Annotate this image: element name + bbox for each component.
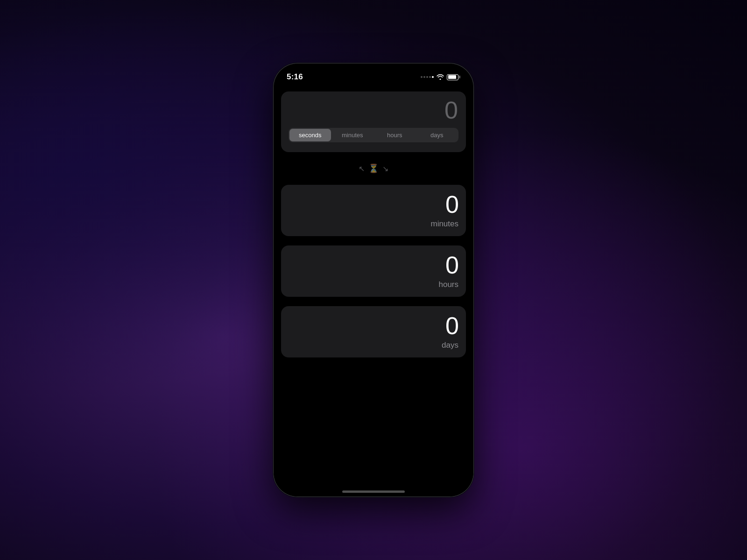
timer-icon-group: ↖ ⏳ ↘ <box>359 163 388 174</box>
seconds-card[interactable]: 0 seconds minutes hours days <box>281 91 466 152</box>
segment-seconds[interactable]: seconds <box>289 129 331 141</box>
battery-icon <box>447 74 460 80</box>
segment-hours[interactable]: hours <box>374 129 416 141</box>
screen: 5:16 <box>274 63 473 497</box>
arrow-right-icon: ↘ <box>382 164 388 173</box>
home-indicator <box>342 490 405 493</box>
minutes-label: minutes <box>289 219 458 229</box>
status-time: 5:16 <box>287 72 303 82</box>
hours-card[interactable]: 0 hours <box>281 245 466 297</box>
hours-value: 0 <box>289 253 458 277</box>
segment-minutes[interactable]: minutes <box>332 129 374 141</box>
days-label: days <box>289 341 458 350</box>
hours-label: hours <box>289 280 458 289</box>
hourglass-icon: ⏳ <box>368 163 379 174</box>
app-content[interactable]: 0 seconds minutes hours days ↖ <box>274 87 473 497</box>
phone-body: 5:16 <box>273 63 474 497</box>
timer-expand-section[interactable]: ↖ ⏳ ↘ <box>281 161 466 175</box>
dynamic-island <box>344 69 403 86</box>
phone-frame: 5:16 <box>273 63 474 497</box>
minutes-card[interactable]: 0 minutes <box>281 185 466 236</box>
signal-icon <box>421 76 434 78</box>
status-icons <box>421 74 460 80</box>
seconds-value: 0 <box>444 98 458 122</box>
minutes-value: 0 <box>289 192 458 217</box>
time-unit-selector[interactable]: seconds minutes hours days <box>289 128 458 142</box>
days-card[interactable]: 0 days <box>281 306 466 357</box>
segment-days[interactable]: days <box>416 129 458 141</box>
wifi-icon <box>437 74 444 80</box>
arrow-left-icon: ↖ <box>359 164 365 173</box>
days-value: 0 <box>289 314 458 338</box>
